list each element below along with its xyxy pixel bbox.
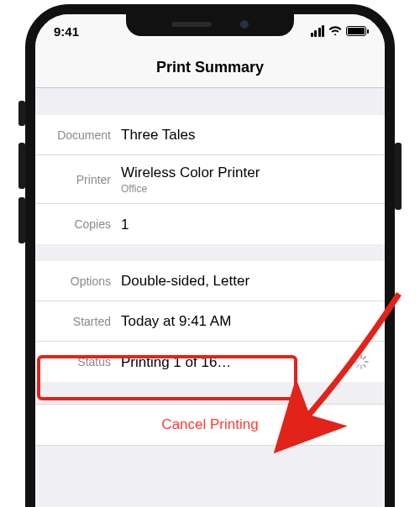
document-value: Three Tales xyxy=(121,126,196,144)
cancel-label: Cancel Printing xyxy=(161,416,258,433)
printer-row[interactable]: Printer Wireless Color Printer Office xyxy=(35,155,385,204)
copies-row: Copies 1 xyxy=(35,204,385,244)
mute-switch xyxy=(18,101,25,126)
wifi-icon xyxy=(328,24,342,38)
cancel-button[interactable]: Cancel Printing xyxy=(35,404,385,446)
cellular-signal-icon xyxy=(311,25,325,37)
details-group: Options Double-sided, Letter Started Tod… xyxy=(35,261,385,382)
status-label: Status xyxy=(49,355,121,368)
copies-label: Copies xyxy=(49,217,121,231)
front-camera xyxy=(240,20,249,29)
svg-line-3 xyxy=(364,365,366,368)
speaker-grille xyxy=(171,22,212,27)
page-title: Print Summary xyxy=(156,59,264,76)
document-row: Document Three Tales xyxy=(35,115,385,155)
volume-up-button xyxy=(18,143,25,189)
started-label: Started xyxy=(49,315,121,328)
content: Document Three Tales Printer Wireless Co… xyxy=(35,88,385,446)
phone-frame: 9:41 Print Summary Document Three Tales xyxy=(25,4,395,507)
document-label: Document xyxy=(49,128,121,142)
notch xyxy=(126,13,294,36)
svg-line-5 xyxy=(357,365,360,368)
nav-header: Print Summary xyxy=(35,48,385,88)
status-value: Printing 1 of 16… xyxy=(121,353,231,371)
screen: 9:41 Print Summary Document Three Tales xyxy=(35,14,385,507)
printer-sub: Office xyxy=(121,183,260,195)
svg-line-1 xyxy=(364,357,366,359)
copies-value: 1 xyxy=(121,216,129,233)
status-time: 9:41 xyxy=(54,24,79,39)
options-value: Double-sided, Letter xyxy=(121,272,249,290)
options-row: Options Double-sided, Letter xyxy=(35,261,385,301)
started-value: Today at 9:41 AM xyxy=(121,312,231,330)
options-label: Options xyxy=(49,274,121,288)
power-button xyxy=(395,143,402,210)
svg-line-7 xyxy=(357,357,360,359)
status-indicators xyxy=(311,24,367,38)
volume-down-button xyxy=(18,197,25,243)
activity-spinner-icon xyxy=(353,353,370,370)
started-row: Started Today at 9:41 AM xyxy=(35,301,385,342)
printer-label: Printer xyxy=(49,173,121,186)
summary-group: Document Three Tales Printer Wireless Co… xyxy=(35,115,385,244)
printer-value: Wireless Color Printer xyxy=(121,164,260,181)
status-row: Status Printing 1 of 16… xyxy=(35,342,385,382)
battery-icon xyxy=(346,26,366,36)
